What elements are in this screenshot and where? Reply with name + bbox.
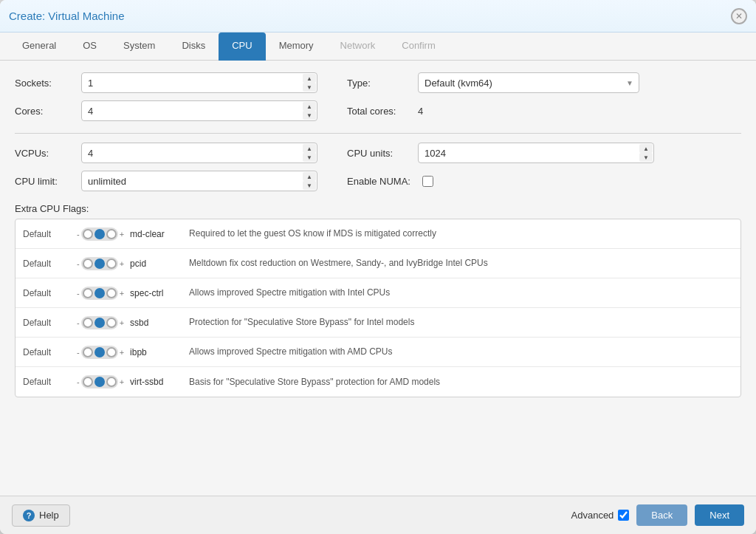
total-cores-label: Total cores: [347,106,406,117]
flag-default-label: Default [23,377,71,387]
radio-default[interactable] [94,377,105,387]
extra-flags-label: Extra CPU Flags: [15,203,741,214]
advanced-label: Advanced [571,510,614,521]
toggle-minus[interactable]: - [77,259,80,268]
tab-os[interactable]: OS [69,32,110,61]
tab-memory[interactable]: Memory [266,32,327,61]
flag-desc: Protection for "Speculative Store Bypass… [189,316,733,329]
type-label: Type: [347,78,406,89]
cores-up[interactable]: ▲ [303,102,316,111]
radio-default[interactable] [94,347,105,357]
toggle-radio-group [81,257,118,270]
radio-off[interactable] [83,347,93,357]
help-button[interactable]: ? Help [12,504,70,527]
footer: ? Help Advanced Back Next [0,496,756,534]
table-row: Default - + pcid Meltdown fix cost reduc… [16,249,740,278]
enable-numa-checkbox[interactable] [422,176,433,187]
flag-name: ibpb [130,347,189,357]
cores-input[interactable] [81,100,317,121]
tab-disks[interactable]: Disks [168,32,219,61]
toggle-minus[interactable]: - [77,318,80,327]
radio-on[interactable] [106,318,117,328]
radio-on[interactable] [106,288,117,298]
toggle-plus[interactable]: + [120,318,124,327]
flag-toggle: - + [77,287,124,300]
flag-desc: Meltdown fix cost reduction on Westmere,… [189,257,733,270]
sockets-up[interactable]: ▲ [303,74,316,83]
cores-down[interactable]: ▼ [303,111,316,120]
back-button[interactable]: Back [636,504,687,526]
table-row: Default - + ssbd Protection for "Specula… [16,308,740,338]
table-row: Default - + ibpb Allows improved Spectre… [16,338,740,367]
toggle-minus[interactable]: - [77,348,80,357]
flag-toggle: - + [77,316,124,329]
table-row: Default - + spec-ctrl Allows improved Sp… [16,278,740,308]
flag-default-label: Default [23,229,71,239]
toggle-minus[interactable]: - [77,377,80,386]
sockets-input[interactable] [81,72,317,93]
type-select[interactable]: Default (kvm64) host kvm32 [418,72,639,93]
flag-name: ssbd [130,318,189,328]
cores-input-wrap: ▲ ▼ [81,100,317,121]
flag-name: spec-ctrl [130,288,189,298]
flag-name: md-clear [130,229,189,239]
toggle-minus[interactable]: - [77,289,80,298]
sockets-input-wrap: ▲ ▼ [81,72,317,93]
radio-off[interactable] [83,229,93,239]
toggle-plus[interactable]: + [120,289,124,298]
toggle-plus[interactable]: + [120,377,124,386]
radio-default[interactable] [94,229,105,239]
cpu-limit-spinner: ▲ ▼ [303,172,316,190]
type-select-wrap: Default (kvm64) host kvm32 ▼ [418,72,639,93]
cpu-units-spinner: ▲ ▼ [639,144,653,162]
toggle-radio-group [81,375,118,388]
flag-toggle: - + [77,346,124,359]
toggle-plus[interactable]: + [120,230,124,239]
vcpus-up[interactable]: ▲ [303,144,316,153]
advanced-checkbox[interactable] [618,510,629,521]
radio-off[interactable] [83,377,93,387]
radio-off[interactable] [83,318,93,328]
vcpu-form-section: VCPUs: ▲ ▼ CPU units: ▲ ▼ [15,143,741,191]
sockets-row: Sockets: ▲ ▼ Type: Default (kvm64) host [15,72,741,93]
sockets-down[interactable]: ▼ [303,83,316,92]
toggle-plus[interactable]: + [120,348,124,357]
vcpus-input[interactable] [81,143,317,163]
next-button[interactable]: Next [695,504,744,526]
cpu-limit-input[interactable] [81,171,317,191]
cores-label: Cores: [15,106,81,117]
radio-on[interactable] [106,229,117,239]
cpu-limit-up[interactable]: ▲ [303,172,316,181]
radio-default[interactable] [94,259,105,269]
cpu-units-up[interactable]: ▲ [639,144,653,153]
main-window: Create: Virtual Machine ✕ General OS Sys… [0,0,756,534]
section-divider-1 [15,133,741,134]
toggle-plus[interactable]: + [120,259,124,268]
tab-cpu[interactable]: CPU [219,32,265,61]
title-bar: Create: Virtual Machine ✕ [0,0,756,32]
tab-system[interactable]: System [110,32,168,61]
radio-on[interactable] [106,259,117,269]
radio-default[interactable] [94,318,105,328]
tab-network: Network [327,32,389,61]
top-form-section: Sockets: ▲ ▼ Type: Default (kvm64) host [15,72,741,121]
radio-on[interactable] [106,347,117,357]
vcpus-label: VCPUs: [15,148,81,159]
radio-default[interactable] [94,288,105,298]
radio-off[interactable] [83,259,93,269]
tab-general[interactable]: General [9,32,69,61]
vcpus-down[interactable]: ▼ [303,153,316,162]
table-row: Default - + virt-ssbd Basis for "Specula… [16,367,740,397]
numa-section: Enable NUMA: [347,176,433,187]
radio-on[interactable] [106,377,117,387]
toggle-minus[interactable]: - [77,230,80,239]
sockets-label: Sockets: [15,78,81,89]
close-button[interactable]: ✕ [731,8,747,24]
toggle-radio-group [81,346,118,359]
total-cores-value: 4 [418,106,423,117]
cpu-units-input[interactable] [418,143,654,163]
toggle-radio-group [81,227,118,241]
cpu-units-down[interactable]: ▼ [639,153,653,162]
radio-off[interactable] [83,288,93,298]
cpu-limit-down[interactable]: ▼ [303,181,316,190]
